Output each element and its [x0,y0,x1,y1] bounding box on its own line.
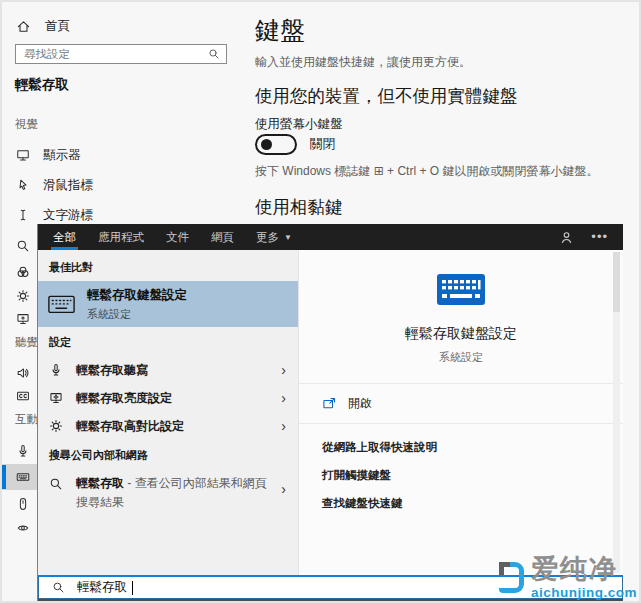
search-tab-更多[interactable]: 更多▼ [245,224,303,250]
web-query: 輕鬆存取 [76,476,124,490]
search-input-value: 輕鬆存取 [77,579,127,596]
search-result-setting[interactable]: 輕鬆存取聽寫› [38,356,298,384]
sidebar-page-title: 輕鬆存取 [15,76,69,94]
preview-link[interactable]: 打開觸摸鍵盤 [322,468,623,483]
settings-group-header: 設定 [38,327,298,356]
toggle-knob-icon [261,139,272,150]
search-icon [52,581,65,594]
search-results-panel: 最佳比對 輕鬆存取鍵盤設定 系統設定 設定 輕鬆存取聽寫›輕鬆存取亮度設定›輕鬆… [38,250,298,575]
result-label: 輕鬆存取高對比設定 [76,418,268,435]
eye-icon [16,521,30,535]
search-tab-文件[interactable]: 文件 [155,224,200,250]
web-search-result[interactable]: 輕鬆存取 - 查看公司內部結果和網頁搜尋結果 › [38,469,298,515]
pointer-icon [16,178,30,192]
page-subtitle: 輸入並使用鍵盤快捷鍵，讓使用更方便。 [255,54,471,71]
search-preview-panel: 輕鬆存取鍵盤設定 系統設定 開啟 從網路上取得快速說明打開觸摸鍵盤查找鍵盤快速鍵 [298,250,623,575]
watermark-name: 爱纯净 [531,556,637,583]
site-watermark: 爱纯净 aichunjing.com [499,556,637,600]
color-filter-icon [16,265,30,279]
chevron-right-icon: › [281,363,286,377]
watermark-url: aichunjing.com [531,586,637,600]
nav-section-hearing: 聽覺 [15,335,38,350]
mic-icon [49,363,63,377]
chevron-right-icon: › [281,482,286,496]
search-tab-全部[interactable]: 全部 [42,224,87,250]
sidebar-item-mouse-pointer[interactable]: 滑鼠指標 [2,172,242,198]
tab-label: 更多 [256,230,279,245]
preview-hero: 輕鬆存取鍵盤設定 系統設定 [299,250,623,384]
selected-accent-bar [2,465,6,489]
text-caret [132,581,133,595]
preview-scrollbar[interactable] [613,252,620,573]
keyboard-icon [16,470,30,484]
search-tab-應用程式[interactable]: 應用程式 [87,224,155,250]
sidebar-item-label: 滑鼠指標 [43,177,93,194]
contrast-icon [49,419,63,433]
keyboard-blue-icon [437,274,485,305]
mouse-icon [16,497,30,511]
settings-results: 輕鬆存取聽寫›輕鬆存取亮度設定›輕鬆存取高對比設定› [38,356,298,440]
nav-section-interaction: 互動 [15,412,38,427]
result-label: 輕鬆存取亮度設定 [76,390,268,407]
audio-icon [16,366,30,380]
preview-link[interactable]: 從網路上取得快速說明 [322,440,623,455]
tab-label: 應用程式 [98,230,144,245]
page-title: 鍵盤 [255,14,305,47]
open-label: 開啟 [348,395,372,412]
preview-links: 從網路上取得快速說明打開觸摸鍵盤查找鍵盤快速鍵 [299,424,623,511]
search-result-setting[interactable]: 輕鬆存取高對比設定› [38,412,298,440]
search-flyout: 全部應用程式文件網頁更多▼ ••• 最佳比對 輕鬆存取鍵盤設定 系統設定 設定 … [37,224,623,603]
best-match-subtitle: 系統設定 [87,307,187,322]
home-icon [16,19,31,34]
brightness-icon [49,391,63,405]
result-label: 輕鬆存取聽寫 [76,362,268,379]
sidebar-item-label: 文字游標 [43,207,93,224]
sidebar-item-display[interactable]: 顯示器 [2,142,242,168]
osk-toggle[interactable] [255,134,297,155]
screen: 首頁 輕鬆存取 視覺顯示器滑鼠指標文字游標聽覺互動 鍵盤 輸入並使用鍵盤快捷鍵，… [0,0,641,603]
search-icon [208,48,220,60]
flyout-bottom-edge [38,599,623,603]
web-group-header: 搜尋公司內部和網路 [38,440,298,469]
preview-title: 輕鬆存取鍵盤設定 [299,325,623,343]
best-match-result[interactable]: 輕鬆存取鍵盤設定 系統設定 [38,281,298,327]
search-result-setting[interactable]: 輕鬆存取亮度設定› [38,384,298,412]
ellipsis-menu-icon[interactable]: ••• [591,232,608,242]
search-tab-網頁[interactable]: 網頁 [200,224,245,250]
shortcut-hint: 按下 Windows 標誌鍵 ⊞ + Ctrl + O 鍵以開啟或關閉螢幕小鍵盤… [255,163,598,180]
section-title-device: 使用您的裝置，但不使用實體鍵盤 [255,84,518,108]
home-label: 首頁 [45,18,70,35]
mic-icon [16,444,30,458]
sidebar-item-label: 顯示器 [43,147,81,164]
feedback-person-icon[interactable] [559,230,574,245]
tab-label: 全部 [53,230,76,245]
preview-subtitle: 系統設定 [299,350,623,365]
scrollbar-thumb [613,252,620,312]
chevron-right-icon: › [281,391,286,405]
best-match-header: 最佳比對 [38,252,298,281]
best-match-title: 輕鬆存取鍵盤設定 [87,287,187,304]
contrast-icon [16,289,30,303]
chevron-right-icon: › [281,419,286,433]
osk-toggle-state: 關閉 [310,136,335,153]
search-icon [49,477,63,491]
osk-toggle-label: 使用螢幕小鍵盤 [255,116,343,133]
nav-section-vision: 視覺 [15,117,38,132]
watermark-logo-icon [499,562,524,593]
search-flyout-header: 全部應用程式文件網頁更多▼ ••• [38,224,623,250]
narrator-icon [16,312,30,326]
dropdown-arrow-icon: ▼ [284,233,292,242]
cc-icon [16,389,30,403]
open-action[interactable]: 開啟 [299,384,623,424]
settings-search-box[interactable] [15,44,227,64]
sidebar-item-home[interactable]: 首頁 [16,18,70,35]
open-window-icon [322,396,337,411]
preview-link[interactable]: 查找鍵盤快速鍵 [322,496,623,511]
settings-search-input[interactable] [22,47,202,61]
tab-label: 文件 [166,230,189,245]
magnifier-icon [16,239,30,253]
keyboard-outline-icon [48,295,75,314]
text-cursor-icon [16,208,30,222]
tab-label: 網頁 [211,230,234,245]
search-tabs: 全部應用程式文件網頁更多▼ [42,224,303,250]
